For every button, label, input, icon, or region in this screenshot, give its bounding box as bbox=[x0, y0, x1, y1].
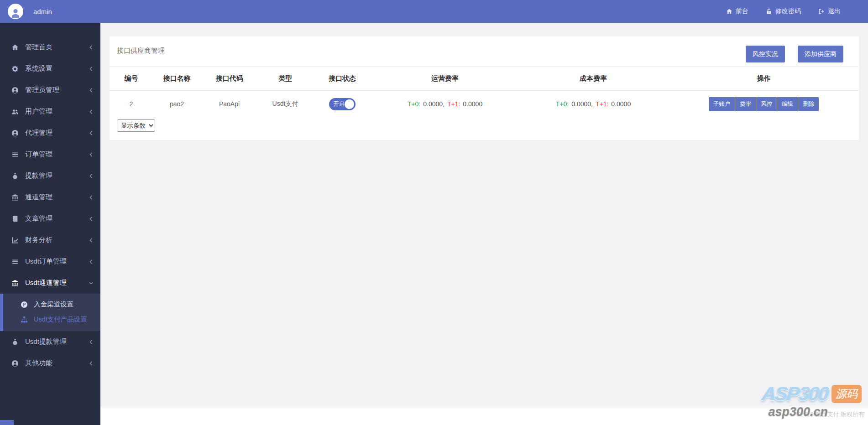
action-button-费率[interactable]: 费率 bbox=[735, 97, 756, 111]
sidebar-item-Usdt通道管理[interactable]: Usdt通道管理 bbox=[0, 272, 100, 294]
person-icon bbox=[10, 7, 21, 18]
sidebar-item-label: 提款管理 bbox=[25, 171, 52, 180]
top-link-label: 前台 bbox=[736, 7, 748, 16]
sidebar-item-通道管理[interactable]: 通道管理 bbox=[0, 187, 100, 208]
rate-segment: T+0: bbox=[556, 100, 569, 108]
chevron-left-icon bbox=[89, 195, 93, 200]
sidebar-menu: 管理首页系统设置管理员管理用户管理代理管理订单管理提款管理通道管理文章管理财务分… bbox=[0, 23, 100, 374]
p-circle-icon bbox=[21, 301, 28, 308]
sidebar-item-Usdt订单管理[interactable]: Usdt订单管理 bbox=[0, 251, 100, 272]
submenu-item-label: Usdt支付产品设置 bbox=[34, 315, 87, 324]
action-button-风控[interactable]: 风控 bbox=[756, 97, 777, 111]
sidebar-item-管理首页[interactable]: 管理首页 bbox=[0, 36, 100, 58]
top-link-修改密码[interactable]: 修改密码 bbox=[766, 7, 801, 16]
sidebar-item-label: 用户管理 bbox=[25, 107, 52, 116]
sidebar-item-label: 管理员管理 bbox=[25, 86, 59, 94]
page-title: 接口供应商管理 bbox=[117, 47, 165, 55]
user-circle-icon bbox=[11, 360, 19, 367]
sidebar-item-label: Usdt提款管理 bbox=[25, 337, 67, 346]
bank-icon bbox=[11, 280, 19, 287]
sidebar-item-Usdt提款管理[interactable]: Usdt提款管理 bbox=[0, 331, 100, 352]
user-avatar[interactable] bbox=[8, 4, 23, 19]
topbar-links: 前台修改密码退出 bbox=[709, 7, 868, 16]
sidebar-subitem-Usdt支付产品设置[interactable]: Usdt支付产品设置 bbox=[3, 312, 100, 327]
sidebar-item-用户管理[interactable]: 用户管理 bbox=[0, 101, 100, 122]
sidebar-item-其他功能[interactable]: 其他功能 bbox=[0, 352, 100, 374]
book-icon bbox=[11, 215, 19, 223]
rate-segment: 0.0000, bbox=[571, 100, 593, 108]
column-header-编号: 编号 bbox=[110, 67, 153, 91]
cell-type: Usdt支付 bbox=[258, 91, 313, 118]
add-supplier-button[interactable]: 添加供应商 bbox=[798, 46, 843, 62]
sidebar-item-label: Usdt订单管理 bbox=[25, 257, 67, 266]
chevron-left-icon bbox=[89, 109, 93, 114]
bottom-left-accent bbox=[0, 420, 14, 425]
top-link-前台[interactable]: 前台 bbox=[726, 7, 748, 16]
status-toggle-label: 开启 bbox=[333, 100, 345, 108]
sidebar-item-label: 管理首页 bbox=[25, 43, 52, 52]
card-buttons: 风控实况 添加供应商 bbox=[746, 46, 843, 62]
home-icon bbox=[726, 8, 732, 15]
rate-segment: 0.0000 bbox=[611, 100, 631, 108]
cogs-icon bbox=[11, 65, 19, 73]
sidebar-item-订单管理[interactable]: 订单管理 bbox=[0, 144, 100, 165]
column-header-接口代码: 接口代码 bbox=[201, 67, 258, 91]
top-link-label: 修改密码 bbox=[775, 7, 801, 16]
sidebar: 管理首页系统设置管理员管理用户管理代理管理订单管理提款管理通道管理文章管理财务分… bbox=[0, 23, 100, 425]
column-header-操作: 操作 bbox=[669, 67, 859, 91]
supplier-card: 接口供应商管理 风控实况 添加供应商 编号接口名称接口代码类型接口状态运营费率成… bbox=[110, 36, 859, 140]
table-header-row: 编号接口名称接口代码类型接口状态运营费率成本费率操作 bbox=[110, 67, 859, 91]
sidebar-item-提款管理[interactable]: 提款管理 bbox=[0, 165, 100, 187]
column-header-类型: 类型 bbox=[258, 67, 313, 91]
users-icon bbox=[11, 108, 19, 115]
action-button-group: 子账户费率风控编辑删除 bbox=[709, 97, 819, 111]
column-header-接口状态: 接口状态 bbox=[313, 67, 372, 91]
chevron-left-icon bbox=[89, 340, 93, 344]
top-bar: admin 前台修改密码退出 bbox=[0, 0, 868, 23]
money-bag-icon bbox=[11, 338, 19, 346]
cell-actions: 子账户费率风控编辑删除 bbox=[669, 91, 859, 118]
sidebar-item-label: 代理管理 bbox=[25, 129, 52, 137]
list-icon bbox=[11, 258, 19, 265]
top-link-退出[interactable]: 退出 bbox=[818, 7, 841, 16]
toggle-knob bbox=[345, 99, 354, 109]
bank-icon bbox=[11, 194, 19, 201]
rate-segment: T+1: bbox=[596, 100, 608, 108]
user-circle-icon bbox=[11, 87, 19, 94]
rate-segment: T+0: bbox=[408, 100, 420, 108]
page-size-select[interactable]: 显示条数 bbox=[117, 119, 155, 132]
sidebar-item-文章管理[interactable]: 文章管理 bbox=[0, 208, 100, 229]
suppliers-table: 编号接口名称接口代码类型接口状态运营费率成本费率操作 2pao2PaoApiUs… bbox=[110, 67, 859, 117]
rate-segment: 0.0000 bbox=[463, 100, 482, 108]
sidebar-item-label: 通道管理 bbox=[25, 193, 52, 202]
asp300-site-text: asp300.cn bbox=[768, 405, 828, 419]
action-button-编辑[interactable]: 编辑 bbox=[777, 97, 798, 111]
chevron-left-icon bbox=[89, 152, 93, 157]
sidebar-subitem-入金渠道设置[interactable]: 入金渠道设置 bbox=[3, 297, 100, 312]
signout-icon bbox=[818, 8, 825, 15]
username-label: admin bbox=[33, 8, 52, 16]
money-bag-icon bbox=[11, 172, 19, 180]
sidebar-item-系统设置[interactable]: 系统设置 bbox=[0, 58, 100, 79]
chevron-left-icon bbox=[89, 174, 93, 178]
sidebar-item-管理员管理[interactable]: 管理员管理 bbox=[0, 79, 100, 101]
status-toggle[interactable]: 开启 bbox=[329, 98, 356, 110]
cell-op-rate: T+0:0.0000,T+1:0.0000 bbox=[372, 91, 518, 118]
cell-name: pao2 bbox=[153, 91, 201, 118]
sidebar-item-财务分析[interactable]: 财务分析 bbox=[0, 229, 100, 251]
sidebar-item-代理管理[interactable]: 代理管理 bbox=[0, 122, 100, 144]
sitemap-icon bbox=[21, 316, 28, 323]
risk-control-live-button[interactable]: 风控实况 bbox=[746, 46, 785, 62]
table-row: 2pao2PaoApiUsdt支付开启T+0:0.0000,T+1:0.0000… bbox=[110, 91, 859, 118]
rate-segment: 0.0000, bbox=[423, 100, 444, 108]
submenu-Usdt通道管理: 入金渠道设置Usdt支付产品设置 bbox=[0, 294, 100, 331]
chart-line-icon bbox=[11, 237, 19, 244]
cell-status: 开启 bbox=[313, 91, 372, 118]
submenu-item-label: 入金渠道设置 bbox=[34, 300, 73, 309]
action-button-子账户[interactable]: 子账户 bbox=[709, 97, 736, 111]
action-button-删除[interactable]: 删除 bbox=[798, 97, 819, 111]
unlock-icon bbox=[766, 8, 772, 15]
rate-segment: T+1: bbox=[447, 100, 460, 108]
cell-cost-rate: T+0:0.0000,T+1:0.0000 bbox=[518, 91, 669, 118]
cell-code: PaoApi bbox=[201, 91, 258, 118]
